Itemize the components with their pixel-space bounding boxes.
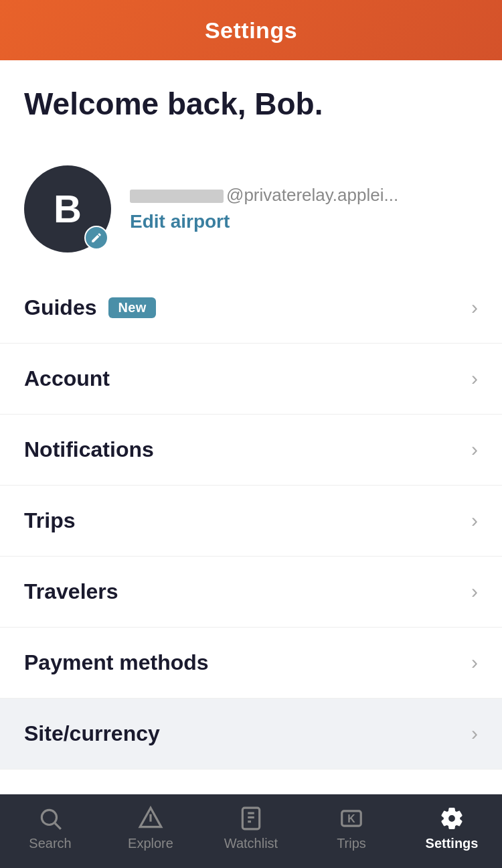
menu-item-label-guides: Guides	[24, 295, 96, 320]
menu-item-left-site-currency: Site/currency	[24, 721, 160, 746]
nav-label-watchlist: Watchlist	[224, 836, 278, 851]
menu-item-label-account: Account	[24, 366, 110, 391]
profile-info: @privaterelay.applei... Edit airport	[130, 185, 398, 232]
chevron-right-icon-guides: ›	[471, 297, 478, 317]
nav-label-search: Search	[29, 836, 71, 851]
nav-label-settings: Settings	[426, 836, 479, 851]
menu-item-left-trips: Trips	[24, 508, 75, 533]
avatar-initials: B	[54, 186, 82, 231]
explore-icon	[138, 806, 163, 831]
pencil-icon	[90, 232, 102, 244]
nav-icon-search	[37, 805, 64, 832]
email-suffix: @privaterelay.applei...	[226, 185, 398, 205]
menu-item-travelers[interactable]: Travelers ›	[0, 557, 502, 628]
email-blurred	[130, 190, 224, 203]
bottom-nav: Search Explore Watchlist K	[0, 794, 502, 868]
menu-item-left-guides: Guides New	[24, 295, 156, 320]
chevron-right-icon-travelers: ›	[471, 581, 478, 601]
header-title: Settings	[205, 17, 297, 44]
avatar-container: B	[24, 165, 111, 252]
menu-item-account[interactable]: Account ›	[0, 344, 502, 415]
search-icon	[37, 806, 63, 831]
trips-icon: K	[339, 806, 364, 831]
chevron-right-icon-account: ›	[471, 368, 478, 388]
menu-item-label-site-currency: Site/currency	[24, 721, 160, 746]
welcome-section: Welcome back, Bob.	[0, 60, 502, 159]
menu-item-left-payment: Payment methods	[24, 650, 209, 675]
menu-item-label-notifications: Notifications	[24, 437, 154, 462]
nav-item-explore[interactable]: Explore	[110, 805, 191, 851]
menu-item-left-travelers: Travelers	[24, 579, 118, 604]
nav-label-explore: Explore	[128, 836, 173, 851]
menu-section-1: Guides New › Account › Notifications › T…	[0, 273, 502, 699]
menu-item-label-travelers: Travelers	[24, 579, 118, 604]
menu-section-2: Site/currency ›	[0, 699, 502, 770]
edit-airport-link[interactable]: Edit airport	[130, 211, 398, 232]
svg-text:K: K	[347, 813, 355, 824]
watchlist-icon	[238, 806, 264, 831]
menu-item-left-account: Account	[24, 366, 110, 391]
profile-row: B @privaterelay.applei... Edit airport	[0, 159, 502, 273]
edit-avatar-button[interactable]	[84, 226, 108, 250]
nav-item-trips-bottom[interactable]: K Trips	[311, 805, 392, 851]
chevron-right-icon-site-currency: ›	[471, 723, 478, 743]
menu-item-guides[interactable]: Guides New ›	[0, 273, 502, 344]
nav-icon-watchlist	[238, 805, 264, 832]
header: Settings	[0, 0, 502, 60]
menu-item-notifications[interactable]: Notifications ›	[0, 415, 502, 486]
nav-icon-explore	[137, 805, 164, 832]
settings-icon	[439, 806, 465, 831]
menu-item-payment-methods[interactable]: Payment methods ›	[0, 628, 502, 699]
welcome-heading: Welcome back, Bob.	[24, 87, 478, 121]
menu-item-label-trips: Trips	[24, 508, 75, 533]
svg-point-0	[41, 810, 56, 824]
chevron-right-icon-trips: ›	[471, 510, 478, 530]
menu-item-label-payment: Payment methods	[24, 650, 209, 675]
profile-email: @privaterelay.applei...	[130, 185, 398, 206]
menu-item-trips[interactable]: Trips ›	[0, 486, 502, 557]
nav-icon-settings	[438, 805, 465, 832]
nav-item-search[interactable]: Search	[10, 805, 90, 851]
nav-item-watchlist[interactable]: Watchlist	[211, 805, 291, 851]
svg-line-1	[55, 823, 61, 829]
menu-item-site-currency[interactable]: Site/currency ›	[0, 699, 502, 770]
chevron-right-icon-payment: ›	[471, 652, 478, 672]
chevron-right-icon-notifications: ›	[471, 439, 478, 459]
guides-new-badge: New	[108, 297, 155, 318]
nav-item-settings[interactable]: Settings	[412, 805, 492, 851]
nav-icon-trips: K	[338, 805, 365, 832]
nav-label-trips: Trips	[337, 836, 366, 851]
menu-item-left-notifications: Notifications	[24, 437, 154, 462]
